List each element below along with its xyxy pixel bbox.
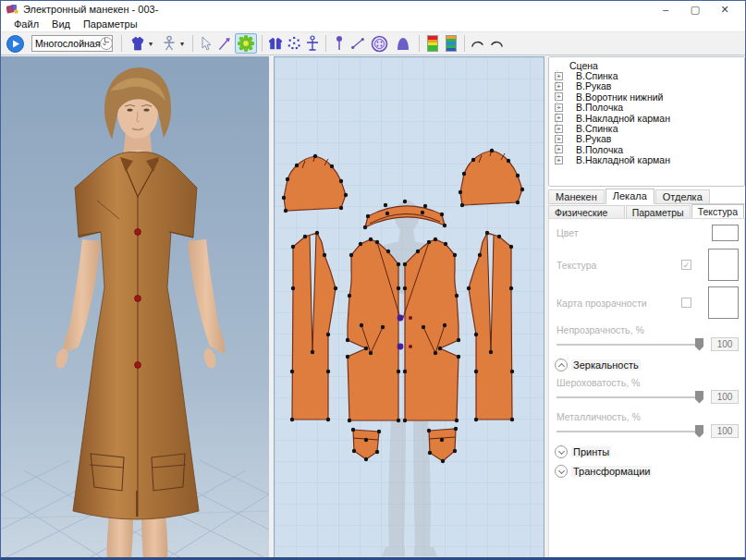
toolbar-separator [121,35,122,52]
transparency-checkbox[interactable] [681,298,691,308]
tree-item-label: В.Накладной карман [576,113,670,124]
menu-file[interactable]: Файл [7,18,45,30]
mannequin-icon [161,35,177,52]
tree-item-sleeve-1[interactable]: + В.Рукав [551,81,742,91]
pattern-piece-front-right[interactable] [405,239,459,420]
points-icon [287,35,301,52]
mannequin-pose-button[interactable] [304,33,321,54]
roughness-label: Шероховатость, % [556,377,739,388]
tree-item-pocket-2[interactable]: + В.Накладной карман [551,155,742,165]
tree-root-label: Сцена [569,60,598,71]
chevron-down-icon[interactable] [555,445,568,458]
tree-item-label: В.Накладной карман [576,154,670,165]
viewport-3d[interactable] [1,56,269,558]
texturemap-icon [446,35,457,52]
opacity-slider[interactable]: 100 [556,337,739,351]
dome-icon [395,36,411,52]
layer-mode-value: Многослойная [35,38,100,49]
tab-finishing[interactable]: Отделка [655,189,710,203]
opacity-value[interactable]: 100 [711,337,739,351]
section-mirror[interactable]: Зеркальность [555,359,739,371]
garment-tool-button[interactable] [127,33,149,54]
pen-tool-button[interactable] [216,33,233,54]
minimize-button[interactable]: – [651,3,680,17]
scene-tree[interactable]: Сцена + В.Спинка + В.Рукав + В.Воротник … [548,56,745,187]
colormap-button[interactable] [424,33,441,54]
section-transformations[interactable]: Трансформации [555,465,739,478]
select-cursor-button[interactable] [198,33,214,54]
opacity-label: Непрозрачность, % [556,324,739,335]
tree-connector-lines [556,70,557,163]
texture-label: Текстура [556,260,681,271]
undo-button[interactable] [470,33,486,54]
tree-root[interactable]: Сцена [551,60,742,70]
tab-texture[interactable]: Текстура [691,204,744,219]
chevron-up-icon[interactable] [555,359,568,371]
pen-arrow-icon [217,36,232,52]
mannequin-tool-button[interactable] [158,33,180,54]
layer-mode-select[interactable]: Многослойная ⌄ [31,35,113,52]
title-bar[interactable]: Электронный манекен - 003- – ▢ ✕ [1,1,745,17]
pin-tool-button[interactable] [331,33,348,54]
mirror-section-label: Зеркальность [571,359,641,371]
main-area: Сцена + В.Спинка + В.Рукав + В.Воротник … [1,55,745,559]
tree-item-front-2[interactable]: + В.Полочка [551,144,742,154]
opacity-slider-thumb[interactable] [695,338,703,351]
metallic-slider-thumb[interactable] [695,425,703,438]
chevron-down-icon[interactable] [555,465,568,478]
mannequin-dropdown-icon[interactable]: ▾ [180,40,188,48]
tree-item-back-2[interactable]: + В.Спинка [551,123,742,133]
toolbar-separator [262,35,263,52]
app-icon [6,4,18,15]
menu-parameters[interactable]: Параметры [77,18,144,30]
jacket-panels-button[interactable] [267,33,284,54]
metallic-value[interactable]: 100 [711,424,739,438]
right-panel: Сцена + В.Спинка + В.Рукав + В.Воротник … [548,56,745,558]
tab-parameters[interactable]: Параметры [626,205,691,218]
color-swatch[interactable] [712,225,739,241]
undo-arc-icon [471,37,485,50]
tree-item-label: В.Спинка [576,70,618,81]
prints-section-label: Принты [571,446,611,457]
dart-tool-button[interactable] [392,33,414,54]
toolbar-separator [325,35,326,52]
close-button[interactable]: ✕ [710,3,740,17]
section-prints[interactable]: Принты [555,445,739,458]
toolbar-separator [419,35,420,52]
tab-physical-properties[interactable]: Физические свойства [548,205,625,218]
roughness-slider[interactable]: 100 [556,390,739,404]
roughness-value[interactable]: 100 [711,390,739,404]
menu-view[interactable]: Вид [45,18,77,30]
transparency-map-label: Карта прозрачности [556,298,681,309]
tab-patterns[interactable]: Лекала [605,189,654,204]
viewport-pattern-2d[interactable] [274,56,544,558]
tab-mannequin[interactable]: Манекен [548,189,605,203]
play-button[interactable] [4,33,26,54]
tree-item-back-1[interactable]: + В.Спинка [551,70,742,80]
tree-item-collar[interactable]: + В.Воротник нижний [551,91,742,102]
metallic-slider[interactable]: 100 [556,424,739,438]
mannequin-pose-icon [305,35,320,52]
texture-checkbox[interactable]: ✓ [681,260,691,270]
restore-button[interactable]: ▢ [680,3,710,17]
tree-item-sleeve-2[interactable]: + В.Рукав [551,134,742,144]
tree-item-label: В.Полочка [576,144,623,155]
pattern-piece-front-left[interactable] [348,239,398,420]
measure-tool-button[interactable] [349,33,366,54]
menu-bar: Файл Вид Параметры [1,17,745,31]
color-label: Цвет [556,227,712,238]
tree-item-pocket-1[interactable]: + В.Накладной карман [551,113,742,123]
button-tool-button[interactable] [368,33,390,54]
garment-dropdown-icon[interactable]: ▾ [149,40,156,48]
measure-line-icon [350,35,365,52]
transform-section-label: Трансформации [571,466,652,477]
texture-swatch[interactable] [708,249,739,281]
tree-item-label: В.Рукав [576,133,611,144]
transparency-swatch[interactable] [708,286,739,319]
texturemap-button[interactable] [443,33,459,54]
roughness-slider-thumb[interactable] [695,391,703,404]
sewing-tool-button[interactable] [235,33,257,54]
redo-button[interactable] [488,33,505,54]
points-tool-button[interactable] [286,33,302,54]
tree-item-front-1[interactable]: + В.Полочка [551,103,742,113]
